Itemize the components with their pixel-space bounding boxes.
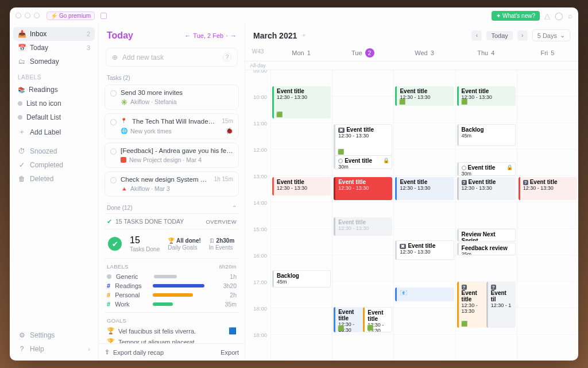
plus-icon: ＋ (18, 127, 26, 137)
calendar-event[interactable]: Event title12:30 - 13:30 (272, 177, 331, 195)
plus-icon: ⊕ (112, 53, 118, 62)
calendar-event[interactable]: Event title30m🔒 (334, 155, 392, 169)
day-header[interactable]: Tue2 (332, 45, 393, 61)
done-summary[interactable]: ✔ 15 TASKS DONE TODAY OVERVIEW (105, 213, 239, 229)
nav-icon: 📅 (18, 44, 26, 52)
task-checkbox[interactable] (110, 148, 117, 155)
day-header[interactable]: Fri5 (517, 45, 578, 61)
calendar-event[interactable]: ✖Event title12:30 - 13:30 (395, 240, 454, 260)
task-item[interactable]: 📍The Tech That Will Invade Our Lives i…1… (105, 113, 239, 139)
calendar-event[interactable]: Event title12:30 - 13:30🟩 (334, 307, 363, 332)
calendar-event[interactable]: Event title12:30 - 13:30🟩 (272, 86, 331, 118)
label-color-icon (18, 101, 22, 106)
calendar-event[interactable]: Review Next Sprint25m (457, 229, 516, 241)
task-checkbox[interactable] (110, 90, 117, 97)
time-column: 09:0010:0011:0012:0013:0014:0015:0016:00… (245, 70, 270, 361)
titlebar: ⚡ Go premium ✦ What's new? △ ◯ ⌕ (10, 7, 578, 24)
label-stat-row: #Readings3h20 (107, 282, 237, 289)
calendar-event[interactable]: 📧 (395, 288, 454, 301)
label-stat-row: #Personal2h (107, 292, 237, 298)
chevron-up-icon: ⌃ (232, 205, 237, 211)
task-item[interactable]: Send 30 more invites✳️Akiflow · Stefania (105, 85, 239, 110)
today-button[interactable]: Today (486, 31, 512, 40)
traffic-min-icon[interactable] (25, 13, 30, 18)
nav-icon: 🗂 (18, 57, 26, 66)
prev-day-icon[interactable]: ← (184, 32, 191, 39)
day-header[interactable]: Mon1 (270, 45, 332, 61)
nav-icon: 📥 (18, 30, 26, 38)
help-icon[interactable]: ? (223, 53, 231, 62)
date-nav[interactable]: ← Tue, 2 Feb • → (184, 32, 237, 39)
sidebar-item-snoozed[interactable]: ⏱Snoozed (13, 144, 95, 158)
calendar-event[interactable]: Backlog45m (457, 124, 516, 146)
prev-week-button[interactable]: ‹ (471, 30, 482, 41)
task-checkbox[interactable] (110, 177, 117, 183)
calendar-event[interactable]: ?Event title12:30 - 13:30 (519, 177, 577, 200)
day-header[interactable]: Wed3 (393, 45, 455, 61)
lock-icon: 🔒 (506, 164, 513, 170)
chevron-right-icon: › (88, 346, 90, 352)
calendar-event[interactable]: Event title12:30 - 13:30 (395, 177, 454, 200)
calendar-event[interactable]: Event title12:30 - 13:30🟩 (457, 86, 516, 106)
calendar-event[interactable]: Event title12:30 - 13:30 (334, 177, 392, 200)
calendar-event[interactable]: Event title12:30 - 13:30🟩 (363, 307, 392, 332)
calendar-event[interactable]: ✖Event title12:30 - 13:30🟩 (334, 124, 392, 156)
calendar-day-headers: W43 Mon1Tue2Wed3Thu4Fri5 (245, 45, 578, 62)
sidebar-label[interactable]: List no icon (13, 97, 95, 110)
task-item[interactable]: [Feedback] - Andrea gave you his fee…New… (105, 143, 239, 168)
traffic-max-icon[interactable] (34, 13, 40, 18)
sidebar-item-deleted[interactable]: 🗑Deleted (13, 172, 95, 186)
calendar-grid[interactable]: 09:0010:0011:0012:0013:0014:0015:0016:00… (245, 70, 578, 361)
star-icon: ✦ (301, 32, 306, 39)
sync-icon[interactable]: ◯ (555, 12, 563, 20)
calendar-event[interactable]: Event title12:30 - 13:30🟩 (395, 86, 454, 106)
stats-row: ✔ 15Tasks Done 🏆 All done!Daily Goals 🗓 … (105, 229, 239, 259)
notifications-icon[interactable]: △ (544, 12, 550, 20)
nav-icon: ⚙ (18, 331, 26, 339)
range-select[interactable]: 5 Days ⌄ (532, 29, 570, 41)
sidebar-item-help[interactable]: ?Help› (13, 342, 95, 356)
goal-row: 🏆Vel faucibus sit felis viverra.🟦 (107, 327, 237, 335)
export-bar[interactable]: ⇪ Export daily recap Export (99, 343, 245, 361)
sidebar-item-inbox[interactable]: 📥Inbox2 (13, 27, 95, 41)
go-premium-button[interactable]: ⚡ Go premium (47, 12, 95, 20)
gift-icon[interactable] (100, 13, 107, 19)
search-icon[interactable]: ⌕ (568, 12, 572, 20)
day-header[interactable]: Thu4 (455, 45, 517, 61)
sidebar: 📥Inbox2📅Today3🗂Someday LABELS 📚ReadingsL… (10, 24, 99, 361)
week-number: W43 (245, 45, 270, 61)
calendar-event[interactable]: ?Event til12:30 - 1 (486, 282, 516, 328)
nav-icon: ? (18, 345, 26, 353)
calendar-event[interactable]: ?Event title12:30 - 13:30🟩 (457, 282, 486, 328)
whats-new-button[interactable]: ✦ What's new? (492, 11, 540, 21)
allday-row: All-day (245, 62, 578, 70)
calendar-event[interactable]: ?Event title12:30 - 13:30 (457, 177, 516, 200)
calendar-event[interactable]: Backlog45m (272, 270, 331, 288)
add-label-button[interactable]: ＋Add Label (13, 124, 95, 140)
today-title: Today (107, 30, 133, 41)
labels-section-header: LABELS (13, 68, 95, 83)
calendar-event[interactable]: Feedback review25m (457, 243, 516, 255)
next-week-button[interactable]: › (517, 30, 528, 41)
sidebar-item-settings[interactable]: ⚙Settings (13, 328, 95, 342)
task-checkbox[interactable] (110, 119, 117, 125)
sidebar-label[interactable]: 📚Readings (13, 83, 95, 97)
sidebar-label[interactable]: Default List (13, 110, 95, 124)
calendar-event[interactable]: Event title12:30 - 13:30 (334, 217, 392, 236)
done-header[interactable]: Done (12)⌃ (105, 200, 239, 213)
sidebar-item-today[interactable]: 📅Today3 (13, 41, 95, 55)
labels-block: LABELS6h20m Generic1h#Readings3h20#Perso… (105, 259, 239, 313)
sidebar-item-completed[interactable]: ✓Completed (13, 158, 95, 172)
nav-icon: ⏱ (18, 147, 26, 155)
label-color-icon (18, 115, 22, 120)
chevron-down-icon: ⌄ (560, 32, 565, 39)
add-task-input[interactable]: ⊕ Add new task ? (106, 48, 238, 67)
lock-icon: 🔒 (383, 158, 389, 163)
next-day-icon[interactable]: → (230, 32, 237, 39)
calendar-event[interactable]: Event title30m🔒 (457, 162, 516, 176)
task-item[interactable]: Check new design System and impro…1h 15m… (105, 171, 239, 197)
sidebar-item-someday[interactable]: 🗂Someday (13, 55, 95, 68)
label-stat-row: #Work35m (107, 301, 237, 308)
traffic-close-icon[interactable] (16, 13, 21, 18)
goals-block: GOALS 🏆Vel faucibus sit felis viverra.🟦🏆… (105, 313, 239, 343)
